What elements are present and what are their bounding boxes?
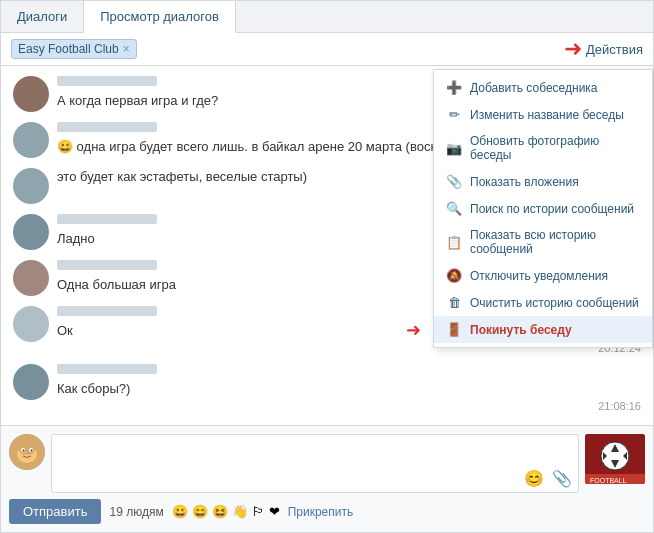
- compose-avatar: [9, 434, 45, 470]
- emoji-laugh[interactable]: 😆: [212, 504, 228, 519]
- sender-name-blur: [57, 122, 157, 132]
- mute-icon: 🔕: [446, 268, 462, 283]
- recipients-label: 19 людям: [109, 505, 163, 519]
- svg-point-6: [31, 450, 33, 452]
- avatar: [13, 260, 49, 296]
- message-text: Как сборы?): [57, 380, 641, 398]
- sender-name-blur: [57, 364, 157, 374]
- avatar: [13, 364, 49, 400]
- svg-point-5: [23, 450, 25, 452]
- action-leave-chat[interactable]: ➜ 🚪 Покинуть беседу: [434, 316, 652, 343]
- compose-icons: 😊 📎: [58, 469, 572, 488]
- football-image-svg: FOOTBALL: [585, 434, 645, 484]
- tab-bar: Диалоги Просмотр диалогов: [1, 1, 653, 33]
- action-show-attachments[interactable]: 📎 Показать вложения: [434, 168, 652, 195]
- action-search-history[interactable]: 🔍 Поиск по истории сообщений: [434, 195, 652, 222]
- compose-input-wrap: 😊 📎: [51, 434, 579, 493]
- trash-icon: 🗑: [446, 295, 462, 310]
- compose-area: 😊 📎 FOOTBALL Отправить: [1, 425, 653, 532]
- actions-menu-trigger[interactable]: ➜ Действия: [564, 36, 643, 62]
- avatar: [13, 76, 49, 112]
- red-arrow-icon: ➜: [564, 36, 582, 62]
- sender-name-blur: [57, 260, 157, 270]
- send-button[interactable]: Отправить: [9, 499, 101, 524]
- search-icon: 🔍: [446, 201, 462, 216]
- avatar: [13, 214, 49, 250]
- edit-icon: ✏: [446, 107, 462, 122]
- svg-point-2: [18, 439, 36, 455]
- chat-header: Easy Football Club × ➜ Действия ➕ Добави…: [1, 33, 653, 66]
- action-rename[interactable]: ✏ Изменить название беседы: [434, 101, 652, 128]
- compose-row: 😊 📎 FOOTBALL: [9, 434, 645, 493]
- chat-name-label: Easy Football Club: [18, 42, 119, 56]
- stewie-avatar-svg: [9, 434, 45, 470]
- action-bar: Отправить 19 людям 😀 😄 😆 👋 🏳 ❤ Прикрепит…: [9, 499, 645, 524]
- history-icon: 📋: [446, 235, 462, 250]
- actions-label: Действия: [586, 42, 643, 57]
- compose-right-image: FOOTBALL: [585, 434, 645, 484]
- chat-name-badge: Easy Football Club ×: [11, 39, 137, 59]
- action-full-history[interactable]: 📋 Показать всю историю сообщений: [434, 222, 652, 262]
- message-timestamp: 21:08:16: [57, 400, 641, 412]
- table-row: Как сборы?) 21:08:16: [13, 364, 641, 412]
- svg-text:FOOTBALL: FOOTBALL: [590, 477, 627, 484]
- action-update-photo[interactable]: 📷 Обновить фотографию беседы: [434, 128, 652, 168]
- main-window: Диалоги Просмотр диалогов Easy Football …: [0, 0, 654, 533]
- red-arrow-leave-icon: ➜: [406, 319, 421, 341]
- emoji-heart[interactable]: ❤: [269, 504, 280, 519]
- sender-name-blur: [57, 306, 157, 316]
- close-chat-icon[interactable]: ×: [123, 42, 130, 56]
- attachment-small-icon[interactable]: 📎: [552, 469, 572, 488]
- sender-name-blur: [57, 214, 157, 224]
- avatar: [13, 306, 49, 342]
- add-icon: ➕: [446, 80, 462, 95]
- action-add-contact[interactable]: ➕ Добавить собеседника: [434, 74, 652, 101]
- tab-dialogs[interactable]: Диалоги: [1, 1, 84, 32]
- tab-view-dialogs[interactable]: Просмотр диалогов: [84, 1, 236, 33]
- leave-icon: 🚪: [446, 322, 462, 337]
- emoji-grin[interactable]: 😄: [192, 504, 208, 519]
- attachment-icon: 📎: [446, 174, 462, 189]
- avatar: [13, 168, 49, 204]
- action-clear-history[interactable]: 🗑 Очистить историю сообщений: [434, 289, 652, 316]
- emoji-bar: 😀 😄 😆 👋 🏳 ❤: [172, 504, 280, 519]
- emoji-flag[interactable]: 🏳: [252, 504, 265, 519]
- emoji-icon[interactable]: 😊: [524, 469, 544, 488]
- emoji-wave[interactable]: 👋: [232, 504, 248, 519]
- sender-name-blur: [57, 76, 157, 86]
- attach-link[interactable]: Прикрепить: [288, 505, 354, 519]
- emoji-smile[interactable]: 😀: [172, 504, 188, 519]
- action-mute[interactable]: 🔕 Отключить уведомления: [434, 262, 652, 289]
- avatar: [13, 122, 49, 158]
- camera-icon: 📷: [446, 141, 462, 156]
- message-content: Как сборы?) 21:08:16: [57, 364, 641, 412]
- message-input[interactable]: [58, 439, 572, 469]
- actions-dropdown: ➕ Добавить собеседника ✏ Изменить назван…: [433, 69, 653, 348]
